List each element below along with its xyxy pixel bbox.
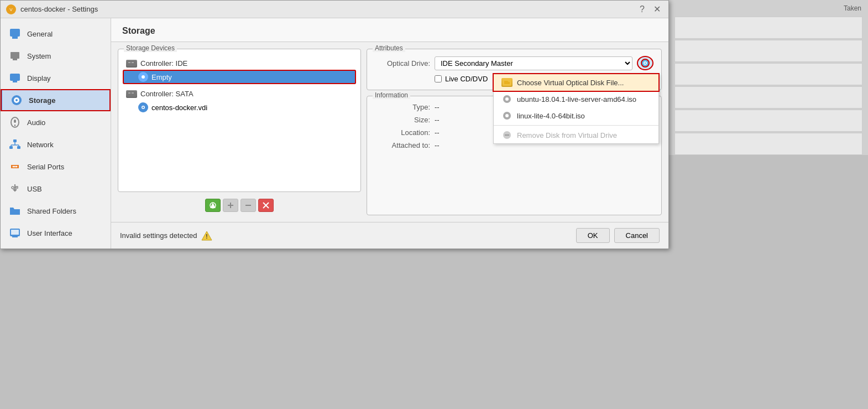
svg-point-47 [645,63,646,64]
choose-file-icon [501,78,513,87]
attributes-group: Attributes Optical Drive: IDE Secondary … [367,49,662,90]
sidebar-item-network[interactable]: Network [1,133,111,156]
sidebar-item-usb[interactable]: USB [1,178,111,200]
svg-rect-5 [13,59,17,60]
sidebar-item-shared-folders[interactable]: Shared Folders [1,200,111,222]
choose-file-label: Choose Virtual Optical Disk File... [517,79,624,87]
svg-rect-33 [128,92,130,94]
taken-row-3 [674,63,862,85]
sidebar-label-audio: Audio [27,118,45,127]
svg-rect-34 [132,92,134,94]
vdi-disk-icon [138,102,148,112]
display-icon [8,71,22,85]
svg-point-37 [143,107,144,108]
svg-point-22 [14,166,16,168]
dropdown-iso1[interactable]: ubuntu-18.04.1-live-server-amd64.iso [494,91,658,107]
dropdown-choose-file[interactable]: Choose Virtual Optical Disk File... [494,74,658,91]
title-bar-left: V centos-docker - Settings [6,4,98,14]
svg-text:!: ! [206,234,208,240]
optical-drive-row: Optical Drive: IDE Secondary Master [375,56,653,70]
dialog-footer: Invalid settings detected ! OK Cancel [111,222,668,248]
title-controls: ? ✕ [637,4,663,14]
ok-button[interactable]: OK [576,228,610,243]
dialog-body: General System Display Storage [1,18,668,248]
sidebar-item-serial-ports[interactable]: Serial Ports [1,156,111,178]
attributes-label: Attributes [373,44,405,52]
svg-rect-2 [10,29,20,37]
window-title: centos-docker - Settings [20,5,98,13]
vdi-label: centos-docker.vdi [151,103,207,112]
tree-item-empty[interactable]: Empty [123,70,356,84]
taken-row-6 [674,133,862,155]
tree-item-vdi[interactable]: centos-docker.vdi [123,100,356,115]
svg-rect-27 [11,230,19,235]
footer-right: OK Cancel [576,228,660,243]
general-icon [8,27,22,40]
svg-rect-12 [14,120,16,123]
storage-devices-group: Storage Devices Controller: IDE [118,49,361,192]
svg-text:V: V [9,7,13,12]
svg-rect-4 [11,52,19,59]
sidebar-label-display: Display [27,74,51,82]
sidebar-item-storage[interactable]: Storage [1,89,111,111]
controller-ide[interactable]: Controller: IDE [123,57,356,70]
controller-sata-label: Controller: SATA [140,90,194,98]
location-value: -- [435,128,440,137]
ui-icon [8,226,22,240]
attached-key: Attached to: [375,141,430,149]
network-icon [8,138,22,151]
invalid-settings-text: Invalid settings detected [120,231,197,240]
dropdown-iso2[interactable]: linux-lite-4.0-64bit.iso [494,107,658,124]
svg-point-51 [505,97,509,101]
page-body: Storage Devices Controller: IDE [111,42,668,222]
svg-point-21 [13,166,14,168]
sidebar-label-network: Network [27,141,54,149]
storage-devices-panel: Storage Devices Controller: IDE [118,49,361,215]
right-area: Taken [669,0,868,155]
svg-rect-41 [230,203,231,208]
sidebar-label-user-interface: User Interface [27,229,72,237]
sidebar-label-general: General [27,30,53,38]
delete-storage-btn[interactable] [258,199,274,212]
settings-dialog: V centos-docker - Settings ? ✕ General S… [0,0,669,249]
svg-point-10 [15,99,18,101]
type-value: -- [435,103,440,111]
add-storage-btn[interactable] [205,199,221,212]
usb-icon [8,182,22,195]
sidebar-item-display[interactable]: Display [1,67,111,89]
optical-drive-label: Optical Drive: [375,59,430,68]
live-cd-checkbox[interactable] [435,75,442,82]
vbox-icon: V [6,4,16,14]
controller-ide-label: Controller: IDE [140,59,187,68]
information-label: Information [373,91,410,99]
svg-point-24 [12,187,14,189]
type-key: Type: [375,103,430,111]
optical-dropdown-menu: Choose Virtual Optical Disk File... ubun… [493,74,659,144]
iso1-label: ubuntu-18.04.1-live-server-amd64.iso [517,95,636,103]
iso1-icon [501,95,513,103]
svg-rect-16 [17,146,20,149]
sidebar-label-usb: USB [27,185,42,193]
remove-storage-btn[interactable] [240,199,256,212]
optical-drive-select[interactable]: IDE Secondary Master [435,56,632,70]
sidebar-item-audio[interactable]: Audio [1,111,111,133]
live-cd-label: Live CD/DVD [445,75,488,83]
dropdown-remove[interactable]: Remove Disk from Virtual Drive [494,127,658,143]
add-attachment-btn[interactable] [223,199,238,212]
help-button[interactable]: ? [637,4,647,14]
optical-drive-button[interactable] [637,56,653,70]
svg-rect-32 [127,91,136,97]
close-button[interactable]: ✕ [651,4,663,14]
shared-icon [8,204,22,218]
storage-tree: Controller: IDE Empty [118,51,360,120]
cancel-button[interactable]: Cancel [614,228,660,243]
sidebar-item-user-interface[interactable]: User Interface [1,222,111,244]
controller-sata[interactable]: Controller: SATA [123,87,356,100]
svg-point-53 [505,114,509,117]
sidebar-item-general[interactable]: General [1,23,111,45]
sidebar-label-storage: Storage [29,96,55,105]
sidebar-item-system[interactable]: System [1,45,111,67]
svg-rect-6 [10,74,20,81]
taken-label: Taken [669,0,868,17]
remove-label: Remove Disk from Virtual Drive [517,131,617,139]
